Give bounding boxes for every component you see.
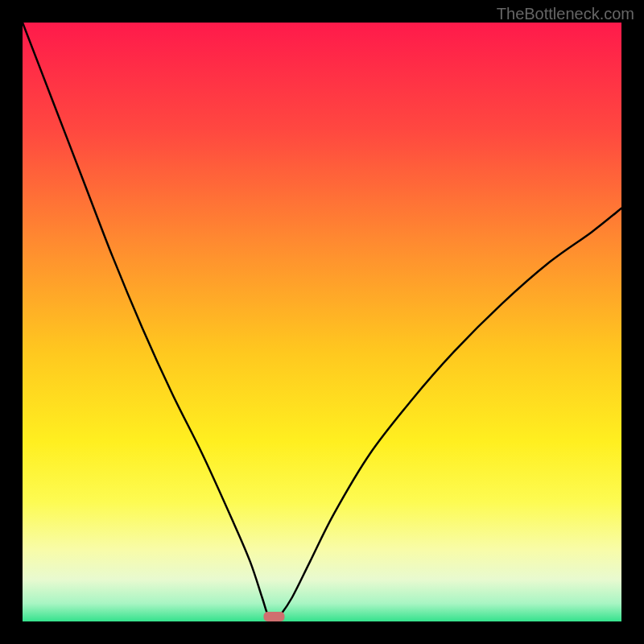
minimum-marker bbox=[263, 612, 284, 621]
gradient-background bbox=[23, 23, 621, 621]
watermark-text: TheBottleneck.com bbox=[497, 5, 634, 23]
plot-area bbox=[23, 23, 621, 621]
bottleneck-chart bbox=[23, 23, 621, 621]
